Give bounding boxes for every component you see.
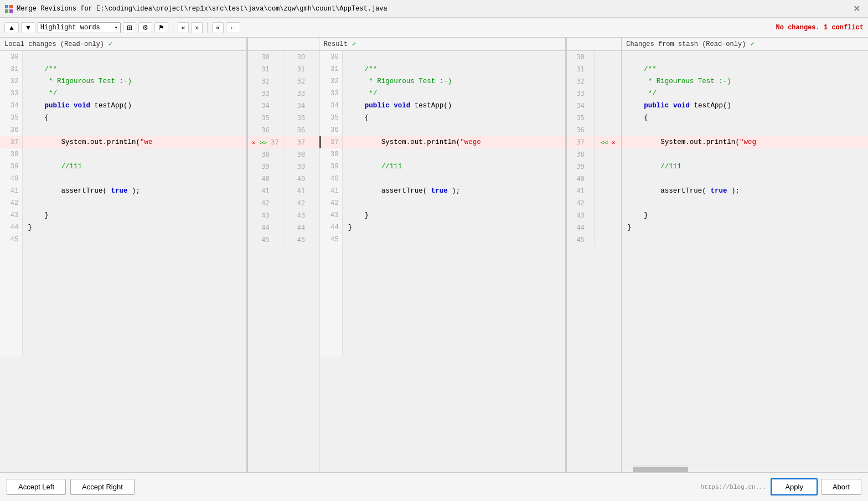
table-row: 34 [567,100,621,112]
right-panel-title: Changes from stash (Read-only) [626,40,746,48]
reject-right-icon[interactable]: ✕ [612,139,616,146]
table-row: 40 [320,173,565,185]
left-panel-title: Local changes (Read-only) [4,40,104,48]
table-row: 3131 [248,63,319,75]
table-row: 36 [0,124,246,136]
table-row: } [622,209,868,221]
left-panel-header: Local changes (Read-only) ✓ [0,38,246,51]
left-panel: Local changes (Read-only) ✓ 30 31 /** 32… [0,38,247,472]
result-panel-title: Result [324,40,348,48]
table-row: 4444 [248,221,319,234]
table-row [622,148,868,161]
table-row [622,51,868,63]
apply-button[interactable]: Apply [771,478,818,495]
footer-right: Apply Abort [771,478,861,495]
svg-rect-3 [9,9,13,13]
table-row: 44} [0,221,246,234]
table-row: /** [622,63,868,75]
next-button[interactable]: ▼ [21,22,35,33]
svg-rect-0 [5,5,8,8]
accept-left-arrow[interactable]: << [601,139,608,146]
result-code-scroll[interactable]: 30 31 /** 32 * Rigourous Test :-) 33 */ … [319,51,566,472]
table-row [0,246,246,357]
dropdown-arrow: ▾ [115,24,118,31]
accept-right-button[interactable]: Accept Right [70,479,135,495]
table-row: 38 [320,148,565,161]
prev-button[interactable]: ▲ [4,22,19,33]
right-panel-header: Changes from stash (Read-only) ✓ [622,38,868,51]
table-row: 32 * Rigourous Test :-) [0,75,246,87]
right-numbers: 30 31 32 33 34 35 36 37 << ✕ 38 39 40 41 [566,38,622,472]
highlight-dropdown[interactable]: Highlight words ▾ [38,22,121,33]
table-row: 39 //111 [0,161,246,173]
table-row [622,246,868,357]
middle-numbers: 3030 3131 3232 3333 3434 3535 3636 ✕ >> … [247,38,319,472]
middle-ln-scroll: 3030 3131 3232 3333 3434 3535 3636 ✕ >> … [248,51,319,246]
middle-header [248,38,319,51]
abort-button[interactable]: Abort [821,479,861,495]
table-row: 4343 [248,209,319,221]
table-row: 43 [567,209,621,221]
result-panel: Result ✓ 30 31 /** 32 * Rigourous Test :… [319,38,567,472]
left-code-scroll[interactable]: 30 31 /** 32 * Rigourous Test :-) 33 */ … [0,51,246,472]
table-row: 3939 [248,161,319,173]
grid-button[interactable]: ⊞ [123,22,136,33]
table-row: 41 [567,185,621,197]
accept-left-toolbar[interactable]: ← [226,22,240,33]
next-conflict-btn1[interactable]: » [191,22,203,33]
prev-conflict-btn1[interactable]: « [178,22,189,33]
separator-2 [207,22,208,33]
table-row [622,197,868,209]
middle-ln-table: 3030 3131 3232 3333 3434 3535 3636 ✕ >> … [248,51,319,246]
table-row: */ [622,87,868,100]
magic-button[interactable]: ⚑ [154,22,168,33]
table-row: 40 [0,173,246,185]
accept-right-arrow[interactable]: >> [260,139,267,146]
table-row: 3232 [248,75,319,87]
table-row: 3838 [248,148,319,161]
left-code-table: 30 31 /** 32 * Rigourous Test :-) 33 */ … [0,51,246,357]
table-row: 39 [567,161,621,173]
table-row: 32 * Rigourous Test :-) [320,75,565,87]
table-row: 3333 [248,87,319,100]
conflict-row: 37 System.out.println("wege [320,136,565,148]
table-row: 4141 [248,185,319,197]
table-row: 34 public void testApp() [0,100,246,112]
table-row [622,124,868,136]
prev-conflict-btn2[interactable]: « [212,22,224,33]
table-row: * Rigourous Test :-) [622,75,868,87]
title-bar-left: Merge Revisions for E:\coding\idea\proje… [4,4,388,13]
hscroll-right[interactable] [622,466,868,472]
title-text: Merge Revisions for E:\coding\idea\proje… [17,5,388,13]
table-row: 43 } [320,209,565,221]
reject-left-icon[interactable]: ✕ [252,139,256,146]
accept-left-button[interactable]: Accept Left [7,479,66,495]
table-row: 42 [320,197,565,209]
panels-row: Local changes (Read-only) ✓ 30 31 /** 32… [0,38,868,472]
url-text: https://blog.cn... [701,484,767,490]
right-code-table: /** * Rigourous Test :-) */ public void … [622,51,868,357]
table-row: 40 [567,173,621,185]
settings-button[interactable]: ⚙ [138,22,152,33]
table-row [622,173,868,185]
table-row: 3030 [248,51,319,63]
right-code-scroll[interactable]: /** * Rigourous Test :-) */ public void … [622,51,868,466]
conflict-row: 37 << ✕ [567,136,621,148]
table-row: 38 [0,148,246,161]
table-row: 3434 [248,100,319,112]
separator-1 [173,22,173,33]
right-checkmark: ✓ [750,40,754,48]
table-row [320,246,565,357]
table-row: 31 [567,63,621,75]
highlight-label: Highlight words [40,24,100,32]
table-row: 45 [320,234,565,246]
table-row: 41 assertTrue( true ); [0,185,246,197]
svg-rect-2 [5,9,8,13]
table-row: 30 [0,51,246,63]
table-row: public void testApp() [622,100,868,112]
close-button[interactable]: ✕ [850,2,864,15]
right-ln-table: 30 31 32 33 34 35 36 37 << ✕ 38 39 40 41 [567,51,621,246]
table-row: 32 [567,75,621,87]
result-checkmark: ✓ [352,40,356,48]
conflict-row: 37 System.out.println("we [0,136,246,148]
